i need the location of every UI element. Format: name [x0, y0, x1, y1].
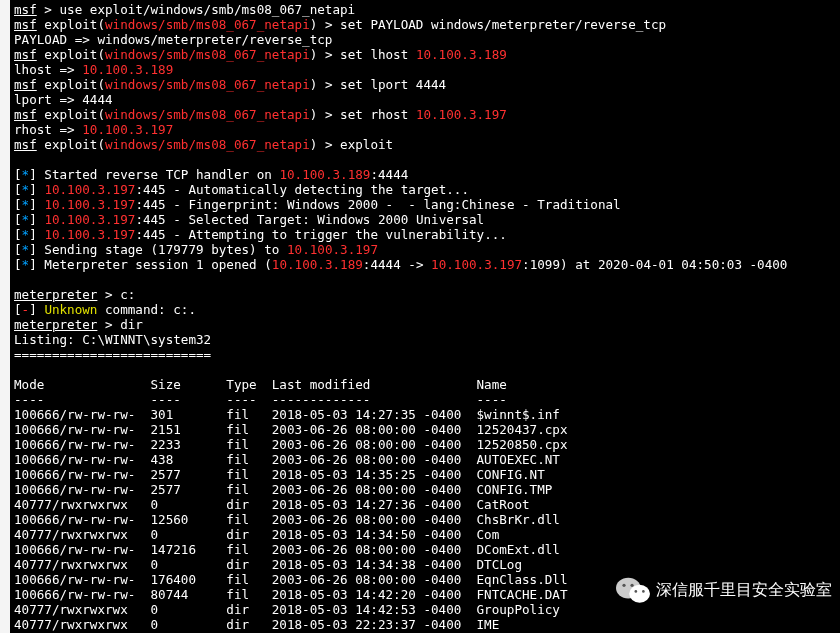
terminal-output[interactable]: msf > use exploit/windows/smb/ms08_067_n… — [0, 0, 840, 632]
